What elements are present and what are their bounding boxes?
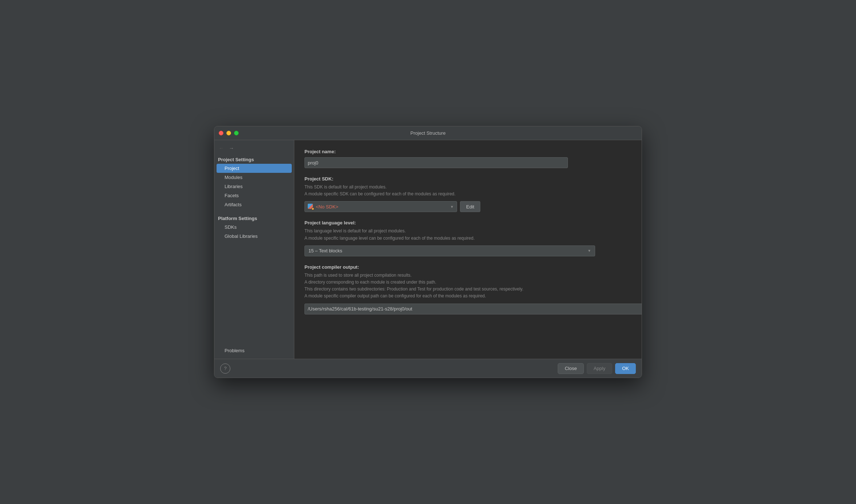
sidebar-item-libraries[interactable]: Libraries [214,182,294,191]
sidebar-item-artifacts[interactable]: Artifacts [214,200,294,209]
titlebar-title: Project Structure [411,130,446,136]
sdk-value: <No SDK> [316,204,338,210]
traffic-lights [219,131,239,135]
project-structure-window: Project Structure ← → Project Settings P… [214,126,642,378]
language-level-desc: This language level is default for all p… [304,228,631,241]
compiler-output-title: Project compiler output: [304,264,631,270]
project-sdk-desc: This SDK is default for all project modu… [304,184,631,198]
sdk-edit-button[interactable]: Edit [460,201,480,212]
platform-settings-header: Platform Settings [214,214,294,223]
right-panel: Project name: Project SDK: This SDK is d… [294,140,642,359]
project-name-label: Project name: [304,149,631,154]
compiler-output-section: Project compiler output: This path is us… [304,264,631,314]
bottom-buttons: Close Apply OK [558,363,636,374]
sidebar-item-modules[interactable]: Modules [214,173,294,182]
compiler-output-path-input[interactable] [308,306,642,312]
ok-button[interactable]: OK [615,363,636,374]
project-settings-header: Project Settings [214,155,294,164]
nav-arrows: ← → [214,143,294,155]
help-button[interactable]: ? [220,363,230,374]
sidebar-bottom: Problems [214,241,294,359]
minimize-traffic-light[interactable] [226,131,231,135]
project-sdk-title: Project SDK: [304,176,631,182]
sidebar: ← → Project Settings Project Modules Lib… [214,140,294,359]
close-traffic-light[interactable] [219,131,223,135]
close-button[interactable]: Close [558,363,584,374]
sidebar-item-facets[interactable]: Facets [214,191,294,200]
maximize-traffic-light[interactable] [234,131,239,135]
compiler-output-path-row: 📁 [304,304,642,314]
forward-arrow[interactable]: → [227,145,235,152]
back-arrow[interactable]: ← [217,145,225,152]
language-level-value: 15 – Text blocks [308,248,342,253]
language-level-title: Project language level: [304,220,631,225]
sidebar-item-problems[interactable]: Problems [214,346,294,355]
lang-dropdown-arrow: ▼ [588,249,591,253]
sdk-icon [308,204,314,210]
main-content: ← → Project Settings Project Modules Lib… [214,140,642,359]
bottom-bar: ? Close Apply OK [214,359,642,378]
sdk-dropdown[interactable]: <No SDK> ▼ [304,201,457,212]
sidebar-item-project[interactable]: Project [217,164,292,173]
sidebar-item-sdks[interactable]: SDKs [214,223,294,232]
apply-button[interactable]: Apply [587,363,613,374]
sdk-row: <No SDK> ▼ Edit [304,201,631,212]
project-sdk-section: Project SDK: This SDK is default for all… [304,176,631,212]
titlebar: Project Structure [214,126,642,140]
sidebar-item-global-libraries[interactable]: Global Libraries [214,232,294,241]
language-level-dropdown[interactable]: 15 – Text blocks ▼ [304,245,595,256]
project-name-input[interactable] [304,157,568,168]
project-name-section: Project name: [304,149,631,168]
language-level-section: Project language level: This language le… [304,220,631,256]
sdk-dropdown-arrow: ▼ [450,205,454,209]
compiler-output-desc: This path is used to store all project c… [304,272,631,300]
